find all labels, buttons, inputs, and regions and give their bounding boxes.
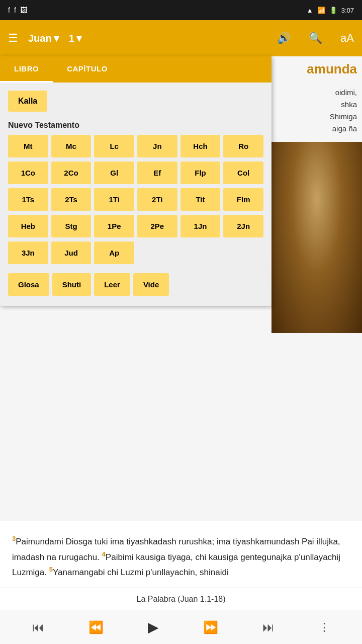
book-selector[interactable]: Juan ▾ bbox=[28, 32, 59, 44]
book-ef[interactable]: Ef bbox=[137, 162, 177, 184]
status-bar: f f 🖼 ▲ 📶 🔋 3:07 bbox=[0, 0, 362, 20]
jesus-image bbox=[272, 142, 362, 333]
signal-icon: 📶 bbox=[317, 7, 325, 14]
book-1ts[interactable]: 1Ts bbox=[8, 188, 48, 211]
wifi-icon: ▲ bbox=[307, 7, 313, 14]
hamburger-menu-icon[interactable]: ☰ bbox=[8, 32, 18, 45]
book-grid-row3: 1Ts 2Ts 1Ti 2Ti Tit Flm bbox=[0, 188, 272, 211]
book-mt[interactable]: Mt bbox=[8, 135, 48, 157]
side-title: amunda bbox=[307, 61, 357, 77]
play-button[interactable]: ▶ bbox=[148, 619, 159, 635]
skip-forward-icon[interactable]: ⏭ bbox=[262, 620, 275, 634]
rewind-icon[interactable]: ⏪ bbox=[88, 620, 104, 634]
book-grid-row2: 1Co 2Co Gl Ef Flp Col bbox=[0, 162, 272, 184]
audio-icon[interactable]: 🔊 bbox=[277, 32, 291, 45]
nuevo-testamento-label: Nuevo Testamento bbox=[8, 121, 263, 130]
player-bar: ⏮ ⏪ ▶ ⏩ ⏭ ⋮ bbox=[0, 610, 362, 644]
book-jn[interactable]: Jn bbox=[137, 135, 177, 157]
book-grid-row5: 3Jn Jud Ap bbox=[0, 242, 272, 264]
book-2co[interactable]: 2Co bbox=[51, 162, 92, 184]
shuti-button[interactable]: Shuti bbox=[52, 273, 92, 296]
facebook-icon-2: f bbox=[14, 6, 16, 14]
book-3jn[interactable]: 3Jn bbox=[8, 242, 48, 264]
skip-back-icon[interactable]: ⏮ bbox=[32, 620, 44, 634]
book-title-label: Juan bbox=[28, 33, 52, 44]
book-heb[interactable]: Heb bbox=[8, 215, 48, 237]
tabs-bar: LIBRO CAPÍTULO bbox=[0, 56, 272, 83]
battery-icon: 🔋 bbox=[329, 7, 337, 14]
time-display: 3:07 bbox=[341, 7, 354, 14]
book-2pe[interactable]: 2Pe bbox=[137, 215, 177, 237]
image-caption: La Palabra (Juan 1.1-18) bbox=[0, 588, 362, 610]
nav-bar: ☰ Juan ▾ 1 ▾ 🔊 🔍 aA bbox=[0, 20, 362, 56]
verse-5-text: Yanamangabi chi Luzmi p'unllayachin, shi… bbox=[53, 568, 229, 577]
book-ro[interactable]: Ro bbox=[223, 135, 263, 157]
font-size-icon[interactable]: aA bbox=[340, 32, 354, 45]
book-jud[interactable]: Jud bbox=[51, 242, 92, 264]
facebook-icon-1: f bbox=[8, 6, 10, 14]
fast-forward-icon[interactable]: ⏩ bbox=[203, 620, 218, 634]
book-lc[interactable]: Lc bbox=[94, 135, 134, 157]
verse-5-number: 5 bbox=[49, 566, 53, 573]
book-2ts[interactable]: 2Ts bbox=[51, 188, 92, 211]
book-grid-row1: Mt Mc Lc Jn Hch Ro bbox=[0, 135, 272, 157]
action-buttons-row: Glosa Shuti Leer Vide bbox=[0, 268, 272, 296]
search-icon[interactable]: 🔍 bbox=[309, 32, 322, 45]
book-1co[interactable]: 1Co bbox=[8, 162, 48, 184]
book-flm[interactable]: Flm bbox=[223, 188, 263, 211]
book-1pe[interactable]: 1Pe bbox=[94, 215, 134, 237]
book-1jn[interactable]: 1Jn bbox=[180, 215, 221, 237]
chapter-chevron-icon: ▾ bbox=[76, 32, 81, 44]
vide-button[interactable]: Vide bbox=[133, 273, 169, 296]
kalla-button[interactable]: Kalla bbox=[8, 91, 47, 112]
book-col[interactable]: Col bbox=[223, 162, 263, 184]
book-dropdown: LIBRO CAPÍTULO Kalla Nuevo Testamento Mt… bbox=[0, 56, 272, 306]
book-mc[interactable]: Mc bbox=[51, 135, 92, 157]
leer-button[interactable]: Leer bbox=[94, 273, 130, 296]
verse-4-number: 4 bbox=[102, 550, 106, 558]
book-1ti[interactable]: 1Ti bbox=[94, 188, 134, 211]
book-2ti[interactable]: 2Ti bbox=[137, 188, 177, 211]
book-stg[interactable]: Stg bbox=[51, 215, 92, 237]
chapter-selector[interactable]: 1 ▾ bbox=[69, 32, 81, 44]
status-right-icons: ▲ 📶 🔋 3:07 bbox=[307, 7, 354, 14]
chapter-label: 1 bbox=[69, 33, 74, 44]
book-chevron-icon: ▾ bbox=[54, 32, 59, 44]
book-hch[interactable]: Hch bbox=[180, 135, 221, 157]
status-icons-left: f f 🖼 bbox=[8, 6, 27, 14]
glosa-button[interactable]: Glosa bbox=[8, 273, 49, 296]
photo-icon: 🖼 bbox=[20, 6, 27, 14]
book-grid-row4: Heb Stg 1Pe 2Pe 1Jn 2Jn bbox=[0, 215, 272, 237]
book-tit[interactable]: Tit bbox=[180, 188, 221, 211]
book-2jn[interactable]: 2Jn bbox=[223, 215, 263, 237]
tab-capitulo[interactable]: CAPÍTULO bbox=[53, 56, 122, 83]
book-flp[interactable]: Flp bbox=[180, 162, 221, 184]
side-content-text: oidimi,shkaShimigaaiga ña bbox=[330, 87, 357, 135]
book-ap[interactable]: Ap bbox=[94, 242, 134, 264]
tab-libro[interactable]: LIBRO bbox=[0, 56, 53, 83]
reading-text-section: 3Paimundami Diosga tuki ima tiyashkadash… bbox=[0, 521, 362, 588]
book-gl[interactable]: Gl bbox=[94, 162, 134, 184]
more-options-icon[interactable]: ⋮ bbox=[319, 621, 330, 634]
